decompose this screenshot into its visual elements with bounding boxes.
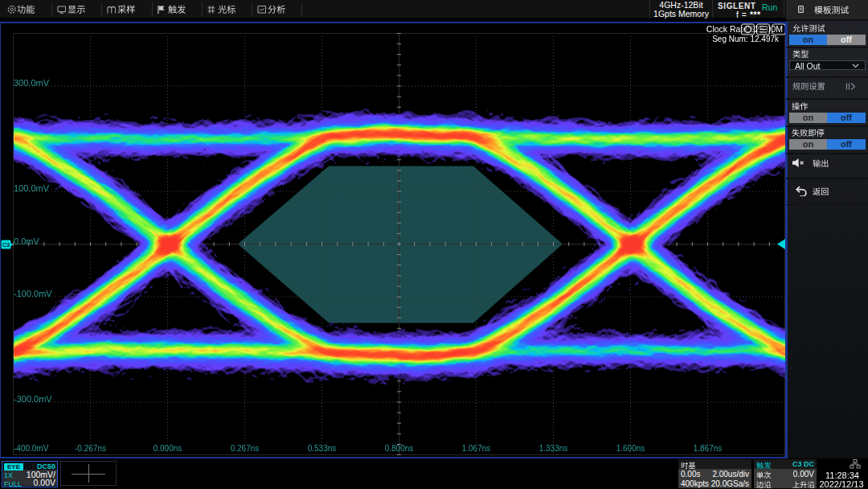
svg-text:C3: C3 (2, 241, 10, 249)
